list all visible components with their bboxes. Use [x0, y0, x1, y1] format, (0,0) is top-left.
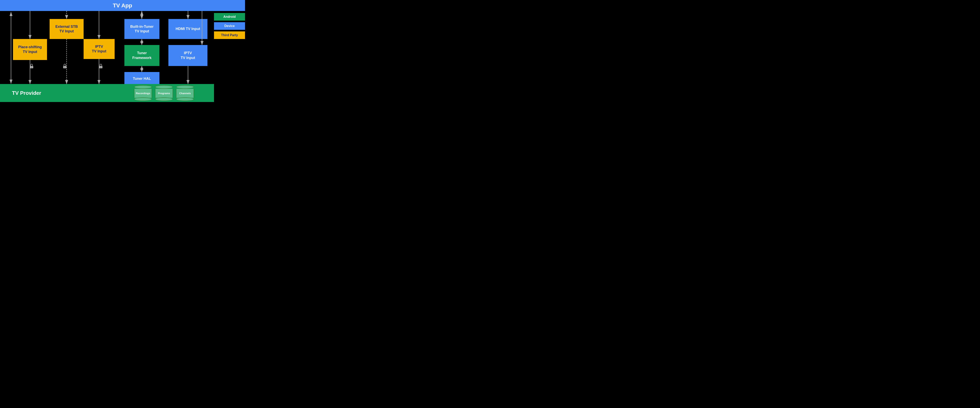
db-bottom-channels: [176, 97, 194, 101]
svg-point-5: [100, 67, 101, 68]
external-stb-box: External STBTV Input: [49, 19, 84, 39]
lock-icon-1: [29, 63, 35, 69]
programs-db: Programs: [155, 85, 173, 101]
db-bottom-programs: [155, 97, 173, 101]
tuner-framework-box: TunerFramework: [124, 45, 159, 66]
iptv-right-box: IPTVTV Input: [169, 45, 207, 66]
db-top-channels: [176, 85, 194, 89]
recordings-db: Recordings: [134, 85, 152, 101]
db-top-recordings: [134, 85, 152, 89]
lock-icon-3: [98, 63, 104, 69]
legend: Android Device Third Party: [214, 13, 245, 39]
hdmi-tv-input-box: HDMI TV Input: [169, 19, 207, 39]
legend-android: Android: [214, 13, 245, 21]
place-shifting-box: Place-shiftingTV Input: [13, 39, 47, 60]
built-in-tuner-box: Built-in-TunerTV Input: [124, 19, 159, 39]
svg-point-3: [64, 67, 65, 68]
db-bottom-recordings: [134, 97, 152, 101]
legend-thirdparty: Third Party: [214, 32, 245, 39]
tv-app-title: TV App: [113, 2, 132, 9]
db-top-programs: [155, 85, 173, 89]
db-body-channels: Channels: [176, 89, 194, 98]
tv-app-bar: TV App: [0, 0, 245, 11]
db-body-recordings: Recordings: [134, 89, 152, 98]
databases-container: Recordings Programs Channels: [134, 85, 194, 101]
lock-icon-2: [62, 63, 68, 69]
svg-point-1: [31, 67, 32, 68]
db-body-programs: Programs: [155, 89, 173, 98]
tv-provider-bar: TV Provider Recordings Programs Channels: [0, 84, 214, 102]
channels-db: Channels: [176, 85, 194, 101]
legend-device: Device: [214, 22, 245, 30]
tv-provider-title: TV Provider: [12, 90, 41, 96]
iptv-left-box: IPTVTV Input: [84, 39, 115, 59]
tuner-hal-box: Tuner HAL: [124, 72, 159, 86]
